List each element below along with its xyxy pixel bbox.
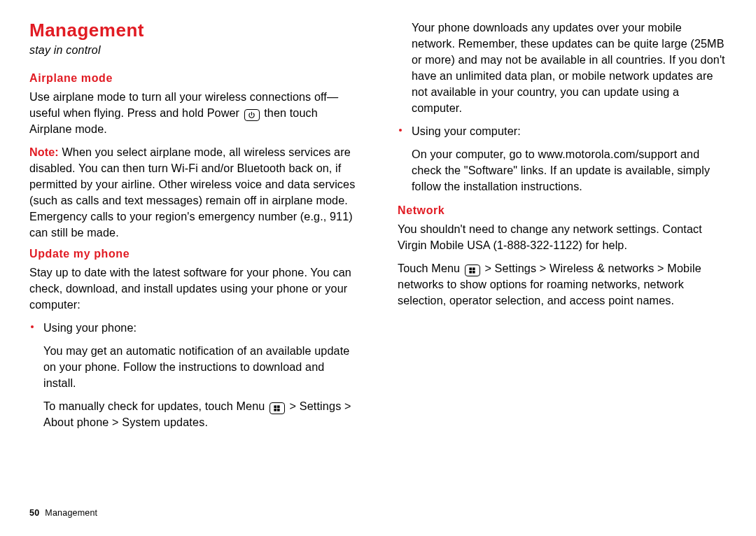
svg-rect-2: [274, 409, 277, 411]
update-list-continued: Your phone downloads any updates over yo…: [398, 20, 727, 195]
update-paragraph-1: Stay up to date with the latest software…: [29, 265, 358, 313]
support-url: www.motorola.com/support: [538, 148, 678, 160]
manual-check-path: To manually check for updates, touch Men…: [43, 398, 358, 430]
svg-rect-6: [470, 271, 472, 274]
page-title: Management: [29, 20, 358, 41]
text: Your phone downloads any updates over yo…: [412, 20, 727, 116]
network-paragraph-2: Touch Menu > Settings > Wireless & netwo…: [398, 260, 727, 309]
two-column-layout: Management stay in control Airplane mode…: [29, 20, 727, 495]
left-column: Management stay in control Airplane mode…: [29, 20, 358, 495]
power-icon: [244, 109, 260, 121]
menu-path-system-updates: System updates: [122, 416, 204, 428]
text: >: [341, 400, 351, 412]
menu-path-wireless-networks: Wireless & networks: [550, 262, 654, 274]
airplane-note: Note: When you select airplane mode, all…: [29, 144, 358, 241]
menu-path-settings: Settings: [495, 262, 537, 274]
document-page: Management stay in control Airplane mode…: [0, 0, 756, 536]
airplane-paragraph-1: Use airplane mode to turn all your wirel…: [29, 89, 358, 137]
page-footer: 50Management: [29, 508, 97, 518]
svg-rect-7: [472, 271, 475, 274]
footer-section-name: Management: [45, 508, 97, 518]
text: >: [654, 262, 668, 274]
text: >: [536, 262, 550, 274]
menu-icon: [465, 265, 480, 276]
list-item: Using your computer: On your computer, g…: [398, 123, 727, 195]
text: When you select airplane mode, all wirel…: [29, 146, 355, 239]
page-tagline: stay in control: [29, 44, 358, 57]
svg-rect-5: [472, 267, 475, 270]
text: .: [104, 122, 107, 135]
menu-icon: [270, 402, 285, 414]
update-list: Using your phone: You may get an automat…: [29, 320, 358, 430]
list-item-label: Using your computer:: [412, 123, 727, 139]
list-item-continuation: Your phone downloads any updates over yo…: [398, 20, 727, 116]
network-paragraph-1: You shouldn't need to change any network…: [398, 221, 727, 253]
list-item-label: Using your phone:: [43, 320, 358, 336]
svg-rect-1: [277, 405, 280, 408]
text: Touch Menu: [398, 262, 463, 274]
svg-rect-0: [274, 405, 277, 408]
svg-rect-4: [470, 267, 472, 270]
svg-rect-3: [277, 409, 280, 411]
menu-path-airplane-mode: Airplane mode: [29, 122, 104, 135]
text: >: [290, 400, 300, 412]
heading-update-my-phone: Update my phone: [29, 248, 358, 260]
text: >: [108, 416, 122, 428]
heading-airplane-mode: Airplane mode: [29, 72, 358, 85]
page-number: 50: [29, 508, 39, 518]
heading-network: Network: [398, 204, 727, 217]
right-column: Your phone downloads any updates over yo…: [398, 20, 727, 495]
text: then touch: [264, 106, 318, 119]
text: >: [484, 262, 494, 274]
text: You may get an automatic notification of…: [43, 343, 358, 391]
text: On your computer, go to www.motorola.com…: [412, 146, 727, 195]
bullet-icon: [399, 129, 402, 132]
list-item: Using your phone: You may get an automat…: [29, 320, 358, 430]
bullet-icon: [31, 325, 34, 328]
text: To manually check for updates, touch Men…: [43, 400, 268, 412]
menu-path-about-phone: About phone: [43, 416, 108, 428]
note-label: Note:: [29, 146, 59, 158]
menu-path-settings: Settings: [300, 400, 342, 412]
text: On your computer, go to: [412, 148, 538, 160]
